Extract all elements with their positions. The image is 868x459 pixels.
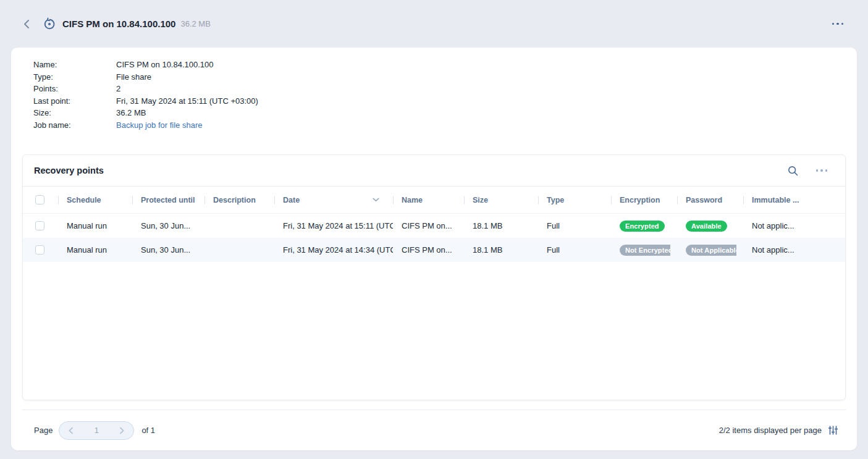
ellipsis-icon [816, 169, 818, 171]
cell-protected-until: Sun, 30 Jun... [132, 245, 204, 255]
info-value: Fri, 31 May 2024 at 15:11 (UTC +03:00) [116, 95, 258, 107]
select-all-checkbox[interactable] [35, 195, 44, 204]
backup-info-panel: Name: CIFS PM on 10.84.100.100 Type: Fil… [11, 48, 857, 131]
sort-descending-icon [373, 198, 379, 202]
info-row-name: Name: CIFS PM on 10.84.100.100 [33, 59, 846, 71]
cell-size: 18.1 MB [464, 221, 538, 230]
items-per-page-summary: 2/2 items displayed per page [719, 426, 822, 435]
row-checkbox[interactable] [35, 245, 44, 255]
page-title: CIFS PM on 10.84.100.100 [62, 19, 175, 29]
details-card: Name: CIFS PM on 10.84.100.100 Type: Fil… [11, 48, 857, 450]
row-checkbox[interactable] [35, 221, 44, 230]
recovery-points-header: Recovery points [23, 155, 845, 187]
info-label: Size: [33, 107, 116, 119]
encryption-badge: Encrypted [620, 221, 665, 232]
cell-type: Full [538, 221, 611, 230]
page-number-input[interactable] [84, 426, 109, 435]
page-label: Page [34, 426, 53, 435]
cell-encryption: Not Encrypted [611, 245, 677, 256]
chevron-left-icon [67, 426, 75, 435]
job-name-link[interactable]: Backup job for file share [116, 119, 202, 132]
chevron-right-icon [118, 426, 125, 435]
cell-schedule: Manual run [58, 245, 132, 255]
cell-size: 18.1 MB [464, 245, 538, 255]
info-value: 36.2 MB [116, 107, 146, 119]
column-header-description[interactable]: Description [204, 196, 274, 204]
cell-date: Fri, 31 May 2024 at 14:34 (UTC +03:00) [274, 245, 393, 255]
info-row-points: Points: 2 [33, 83, 846, 95]
recovery-points-card: Recovery points Schedule Protected until [22, 154, 846, 400]
info-label: Type: [33, 71, 116, 83]
recovery-point-icon [43, 17, 56, 31]
cell-protected-until: Sun, 30 Jun... [132, 221, 204, 230]
column-header-protected-until[interactable]: Protected until [132, 196, 204, 204]
back-button[interactable] [20, 17, 33, 32]
cell-immutable: Not applic... [743, 245, 845, 255]
table-actions-menu-button[interactable] [815, 166, 828, 175]
column-header-encryption[interactable]: Encryption [611, 196, 677, 204]
table-row[interactable]: Manual run Sun, 30 Jun... Fri, 31 May 20… [23, 238, 845, 262]
chevron-left-icon [22, 19, 31, 30]
page-size-label: 36.2 MB [180, 19, 210, 28]
column-header-date[interactable]: Date [274, 196, 393, 204]
search-button[interactable] [787, 165, 799, 177]
cell-password: Not Applicable [677, 245, 743, 256]
cell-name: CIFS PM on... [393, 221, 464, 230]
column-header-schedule[interactable]: Schedule [58, 196, 132, 204]
info-label: Points: [33, 83, 116, 95]
info-row-type: Type: File share [33, 71, 846, 83]
page-actions-menu-button[interactable] [831, 19, 845, 28]
info-label: Last point: [33, 95, 116, 107]
info-row-size: Size: 36.2 MB [33, 107, 846, 119]
column-header-immutable[interactable]: Immutable ... [743, 196, 845, 204]
info-label: Name: [33, 59, 116, 71]
info-value: CIFS PM on 10.84.100.100 [116, 59, 214, 71]
cell-date: Fri, 31 May 2024 at 15:11 (UTC +03:00) [274, 221, 393, 230]
cell-immutable: Not applic... [743, 221, 845, 230]
table-row[interactable]: Manual run Sun, 30 Jun... Fri, 31 May 20… [23, 214, 845, 238]
next-page-button[interactable] [118, 426, 125, 435]
cell-password: Available [677, 221, 743, 232]
column-header-type[interactable]: Type [538, 196, 611, 204]
info-value: File share [116, 71, 151, 83]
cell-schedule: Manual run [58, 221, 132, 230]
page-count-label: of 1 [141, 426, 155, 435]
encryption-badge: Not Encrypted [620, 245, 670, 256]
info-label: Job name: [33, 119, 116, 132]
recovery-points-title: Recovery points [34, 166, 104, 175]
sliders-icon [828, 425, 838, 436]
page-stepper [59, 421, 134, 440]
info-value: 2 [116, 83, 120, 95]
info-row-job-name: Job name: Backup job for file share [33, 119, 846, 132]
info-row-last-point: Last point: Fri, 31 May 2024 at 15:11 (U… [33, 95, 846, 107]
password-badge: Available [686, 221, 727, 232]
cell-encryption: Encrypted [611, 221, 677, 232]
items-per-page-settings-button[interactable] [828, 425, 838, 436]
table-header-row: Schedule Protected until Description Dat… [23, 187, 845, 214]
previous-page-button[interactable] [67, 426, 75, 435]
ellipsis-icon [832, 23, 834, 25]
column-header-size[interactable]: Size [464, 196, 538, 204]
password-badge: Not Applicable [686, 245, 736, 256]
column-header-name[interactable]: Name [393, 196, 464, 204]
pagination-bar: Page of 1 2/2 items displayed per page [22, 410, 846, 450]
cell-name: CIFS PM on... [393, 245, 464, 255]
top-bar: CIFS PM on 10.84.100.100 36.2 MB [0, 0, 868, 48]
cell-type: Full [538, 245, 611, 255]
search-icon [787, 165, 799, 177]
table-body: Manual run Sun, 30 Jun... Fri, 31 May 20… [23, 214, 845, 262]
column-header-password[interactable]: Password [677, 196, 743, 204]
